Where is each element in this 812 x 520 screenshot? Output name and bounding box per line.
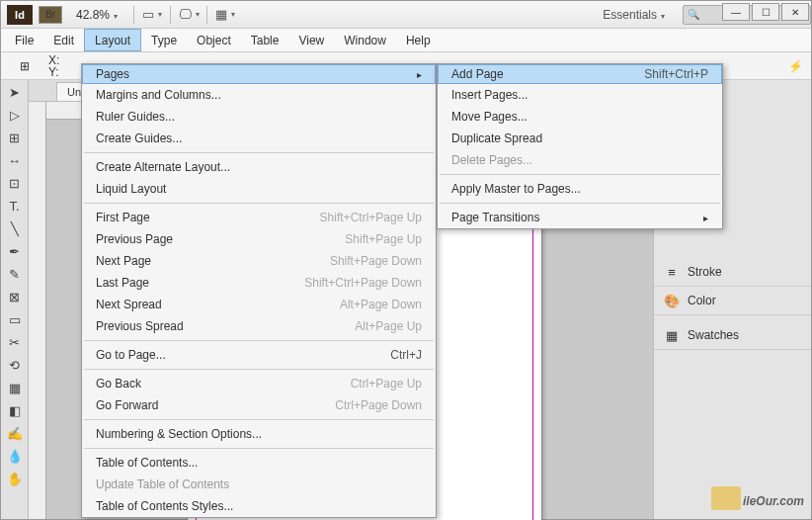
menu-separator bbox=[440, 174, 720, 175]
menu-previous-page[interactable]: Previous PageShift+Page Up bbox=[82, 228, 436, 250]
menu-liquid-layout[interactable]: Liquid Layout bbox=[82, 178, 436, 200]
menu-separator bbox=[84, 419, 434, 420]
view-options-icon[interactable]: ▭ bbox=[140, 5, 164, 25]
bridge-icon[interactable]: Br bbox=[39, 6, 62, 24]
menu-margins-columns[interactable]: Margins and Columns... bbox=[82, 84, 436, 106]
stroke-icon: ≡ bbox=[664, 264, 680, 280]
quick-apply-icon[interactable]: ⚡ bbox=[788, 59, 811, 73]
screen-mode-icon[interactable]: 🖵 bbox=[177, 5, 201, 25]
menubar: File Edit Layout Type Object Table View … bbox=[1, 29, 811, 52]
color-panel[interactable]: 🎨Color bbox=[654, 287, 811, 315]
color-icon: 🎨 bbox=[664, 293, 680, 308]
rectangle-tool-icon[interactable]: ▭ bbox=[4, 309, 26, 329]
titlebar: Id Br 42.8% ▭ 🖵 ▦ Essentials — ☐ ✕ bbox=[1, 1, 811, 29]
menu-numbering-section[interactable]: Numbering & Section Options... bbox=[82, 423, 436, 445]
menu-toc-styles[interactable]: Table of Contents Styles... bbox=[82, 495, 436, 517]
swatches-label: Swatches bbox=[688, 328, 739, 342]
color-label: Color bbox=[688, 294, 716, 307]
hand-tool-icon[interactable]: ✋ bbox=[4, 469, 26, 488]
menu-apply-master[interactable]: Apply Master to Pages... bbox=[438, 178, 722, 200]
menu-help[interactable]: Help bbox=[396, 29, 441, 51]
type-tool-icon[interactable]: T. bbox=[4, 196, 26, 216]
rectangle-frame-tool-icon[interactable]: ⊠ bbox=[4, 287, 26, 306]
content-collector-icon[interactable]: ⊡ bbox=[4, 173, 26, 193]
pencil-tool-icon[interactable]: ✎ bbox=[4, 264, 26, 284]
app-icon: Id bbox=[7, 5, 33, 25]
menu-go-to-page[interactable]: Go to Page...Ctrl+J bbox=[82, 344, 436, 366]
menu-next-page[interactable]: Next PageShift+Page Down bbox=[82, 250, 436, 272]
gap-tool-icon[interactable]: ↔ bbox=[4, 150, 26, 170]
gradient-swatch-tool-icon[interactable]: ▦ bbox=[4, 378, 26, 397]
pen-tool-icon[interactable]: ✒ bbox=[4, 241, 26, 261]
menu-next-spread[interactable]: Next SpreadAlt+Page Down bbox=[82, 294, 436, 315]
menu-separator bbox=[84, 369, 434, 370]
separator bbox=[206, 6, 207, 24]
stroke-panel[interactable]: ≡Stroke bbox=[654, 258, 811, 287]
menu-ruler-guides[interactable]: Ruler Guides... bbox=[82, 106, 436, 128]
menu-separator bbox=[440, 203, 720, 204]
tools-panel: ➤ ▷ ⊞ ↔ ⊡ T. ╲ ✒ ✎ ⊠ ▭ ✂ ⟲ ▦ ◧ ✍ 💧 ✋ bbox=[1, 80, 29, 519]
stroke-label: Stroke bbox=[688, 265, 722, 279]
close-button[interactable]: ✕ bbox=[781, 3, 809, 21]
direct-selection-tool-icon[interactable]: ▷ bbox=[4, 105, 26, 125]
vertical-ruler[interactable] bbox=[29, 102, 46, 519]
menu-previous-spread[interactable]: Previous SpreadAlt+Page Up bbox=[82, 315, 436, 337]
menu-table-of-contents[interactable]: Table of Contents... bbox=[82, 452, 436, 474]
menu-create-guides[interactable]: Create Guides... bbox=[82, 128, 436, 149]
menu-duplicate-spread[interactable]: Duplicate Spread bbox=[438, 128, 722, 149]
swatches-panel[interactable]: ▦Swatches bbox=[654, 321, 811, 350]
arrange-icon[interactable]: ▦ bbox=[213, 5, 237, 25]
swatches-icon: ▦ bbox=[664, 327, 680, 343]
menu-insert-pages[interactable]: Insert Pages... bbox=[438, 84, 722, 106]
x-label: X: bbox=[48, 54, 59, 66]
line-tool-icon[interactable]: ╲ bbox=[4, 218, 26, 238]
menu-view[interactable]: View bbox=[288, 29, 334, 51]
menu-separator bbox=[84, 448, 434, 449]
menu-separator bbox=[84, 152, 434, 153]
menu-object[interactable]: Object bbox=[187, 29, 241, 51]
menu-delete-pages[interactable]: Delete Pages... bbox=[438, 149, 722, 171]
menu-go-forward[interactable]: Go ForwardCtrl+Page Down bbox=[82, 394, 436, 416]
scissors-tool-icon[interactable]: ✂ bbox=[4, 332, 26, 352]
pages-submenu: Add PageShift+Ctrl+P Insert Pages... Mov… bbox=[437, 63, 723, 229]
menu-first-page[interactable]: First PageShift+Ctrl+Page Up bbox=[82, 207, 436, 228]
note-tool-icon[interactable]: ✍ bbox=[4, 423, 26, 443]
menu-last-page[interactable]: Last PageShift+Ctrl+Page Down bbox=[82, 272, 436, 294]
page-tool-icon[interactable]: ⊞ bbox=[4, 128, 26, 147]
menu-add-page[interactable]: Add PageShift+Ctrl+P bbox=[438, 64, 722, 84]
free-transform-tool-icon[interactable]: ⟲ bbox=[4, 355, 26, 375]
y-label: Y: bbox=[48, 66, 59, 78]
separator bbox=[133, 6, 134, 24]
selection-tool-icon[interactable]: ➤ bbox=[4, 82, 26, 102]
workspace-selector[interactable]: Essentials bbox=[593, 5, 675, 25]
menu-window[interactable]: Window bbox=[334, 29, 396, 51]
menu-page-transitions[interactable]: Page Transitions bbox=[438, 207, 722, 228]
reference-point-icon[interactable]: ⊞ bbox=[5, 59, 44, 73]
eyedropper-tool-icon[interactable]: 💧 bbox=[4, 446, 26, 466]
separator bbox=[170, 6, 171, 24]
menu-file[interactable]: File bbox=[5, 29, 43, 51]
menu-type[interactable]: Type bbox=[141, 29, 187, 51]
menu-update-toc[interactable]: Update Table of Contents bbox=[82, 474, 436, 495]
layout-dropdown-menu: Pages Margins and Columns... Ruler Guide… bbox=[81, 63, 437, 518]
maximize-button[interactable]: ☐ bbox=[752, 3, 779, 21]
menu-pages[interactable]: Pages bbox=[82, 64, 436, 84]
minimize-button[interactable]: — bbox=[722, 3, 750, 21]
menu-separator bbox=[84, 203, 434, 204]
menu-edit[interactable]: Edit bbox=[43, 29, 84, 51]
menu-layout[interactable]: Layout bbox=[84, 29, 141, 51]
menu-table[interactable]: Table bbox=[241, 29, 289, 51]
menu-move-pages[interactable]: Move Pages... bbox=[438, 106, 722, 128]
menu-go-back[interactable]: Go BackCtrl+Page Up bbox=[82, 373, 436, 394]
gradient-feather-tool-icon[interactable]: ◧ bbox=[4, 400, 26, 420]
menu-alternate-layout[interactable]: Create Alternate Layout... bbox=[82, 156, 436, 178]
menu-separator bbox=[84, 340, 434, 341]
zoom-level[interactable]: 42.8% bbox=[70, 6, 123, 24]
